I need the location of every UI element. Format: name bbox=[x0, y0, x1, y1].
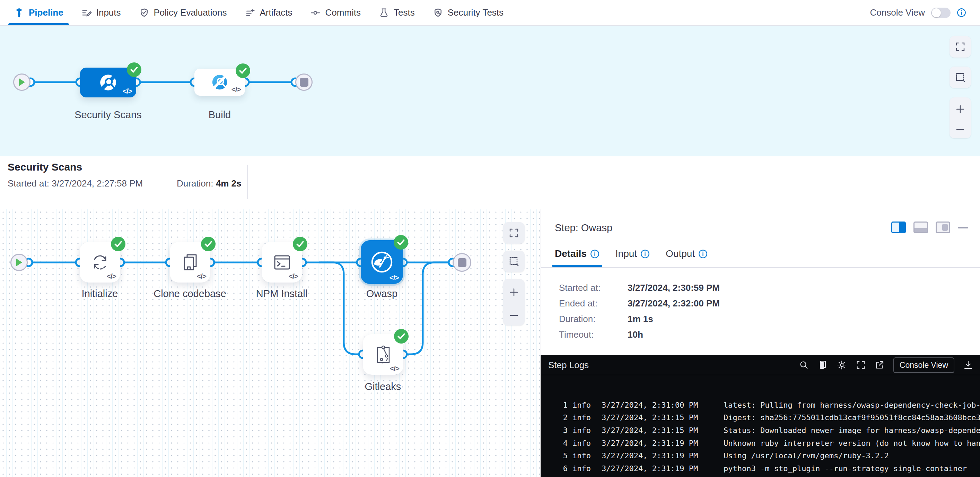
step-label[interactable]: Owasp bbox=[337, 288, 427, 300]
stage-graph-canvas[interactable]: </> Security Scans </> Build bbox=[0, 26, 980, 156]
fullscreen-icon[interactable] bbox=[856, 360, 865, 370]
fullscreen-icon bbox=[955, 41, 966, 52]
step-start-node bbox=[10, 254, 28, 271]
step-label[interactable]: NPM Install bbox=[237, 288, 327, 300]
npm-terminal-icon bbox=[271, 252, 293, 273]
detail-row-ended-at: Ended at: 3/27/2024, 2:32:00 PM bbox=[559, 298, 720, 308]
pipeline-icon bbox=[14, 8, 24, 18]
nav-right: Console View bbox=[870, 7, 966, 18]
log-message: Status: Downloaded newer image for harne… bbox=[724, 426, 980, 435]
search-icon[interactable] bbox=[799, 360, 809, 370]
build-stage-icon bbox=[210, 73, 229, 91]
step-panel-title: Step: Owasp bbox=[555, 222, 612, 234]
stop-icon bbox=[300, 78, 309, 87]
download-icon[interactable] bbox=[963, 360, 973, 370]
tab-policy-evaluations[interactable]: Policy Evaluations bbox=[139, 0, 227, 25]
collapse-panel-icon[interactable] bbox=[958, 227, 968, 228]
tab-commits[interactable]: Commits bbox=[310, 0, 361, 25]
tab-artifacts[interactable]: Artifacts bbox=[245, 0, 293, 25]
check-icon bbox=[115, 241, 122, 247]
layout-right-panel-icon[interactable] bbox=[891, 222, 906, 233]
log-line: 6 info 3/27/2024, 2:31:19 PM python3 -m … bbox=[558, 462, 980, 475]
log-timestamp: 3/27/2024, 2:31:15 PM bbox=[601, 413, 701, 422]
zoom-out-icon[interactable] bbox=[509, 313, 519, 317]
zoom-out-icon[interactable] bbox=[955, 128, 966, 132]
log-line: 1 info 3/27/2024, 2:31:00 PM latest: Pul… bbox=[558, 399, 980, 412]
layout-bottom-panel-icon[interactable] bbox=[913, 222, 928, 233]
info-icon bbox=[698, 249, 708, 258]
console-view-label: Console View bbox=[870, 7, 925, 18]
console-view-toggle[interactable] bbox=[931, 8, 951, 18]
log-level: info bbox=[573, 439, 595, 448]
canvas-fullscreen-button[interactable] bbox=[950, 36, 971, 57]
stage-card-build[interactable]: </> bbox=[194, 69, 245, 96]
log-level: info bbox=[573, 401, 595, 409]
divider bbox=[247, 165, 248, 199]
step-card-npm-install[interactable]: </> bbox=[262, 242, 302, 282]
tab-label: Output bbox=[666, 248, 695, 259]
duration-label: Duration: bbox=[177, 178, 213, 188]
selection-box-icon bbox=[955, 72, 966, 83]
check-icon bbox=[204, 241, 212, 247]
step-graph-canvas[interactable]: </> Initialize </> Clone codebase bbox=[0, 209, 541, 477]
success-badge bbox=[201, 237, 216, 251]
layout-floating-panel-icon[interactable] bbox=[935, 222, 950, 233]
tab-input[interactable]: Input bbox=[616, 248, 650, 267]
code-icon: </> bbox=[289, 272, 298, 281]
check-icon bbox=[239, 68, 247, 74]
success-badge bbox=[235, 64, 250, 78]
tab-inputs[interactable]: Inputs bbox=[81, 0, 121, 25]
inputs-icon bbox=[81, 8, 92, 18]
log-level: info bbox=[573, 464, 595, 473]
panel-layout-controls bbox=[891, 222, 968, 233]
step-card-gitleaks[interactable]: </> bbox=[363, 334, 403, 375]
step-card-initialize[interactable]: </> bbox=[80, 242, 120, 282]
info-icon[interactable] bbox=[957, 8, 966, 18]
log-message: Using /usr/local/rvm/gems/ruby-3.2.2 bbox=[724, 451, 980, 460]
commits-icon bbox=[310, 8, 321, 18]
tab-details[interactable]: Details bbox=[555, 248, 600, 267]
step-label[interactable]: Clone codebase bbox=[145, 288, 235, 300]
console-view-button[interactable]: Console View bbox=[893, 357, 955, 373]
stage-info-title: Security Scans bbox=[8, 161, 82, 173]
canvas-select-button[interactable] bbox=[950, 67, 971, 88]
success-badge bbox=[111, 237, 126, 251]
settings-gear-icon[interactable] bbox=[837, 360, 847, 370]
log-line-number: 4 bbox=[558, 439, 568, 448]
tab-output[interactable]: Output bbox=[666, 248, 708, 267]
code-icon: </> bbox=[390, 273, 399, 282]
success-badge bbox=[394, 235, 408, 250]
stop-icon bbox=[458, 258, 466, 267]
log-timestamp: 3/27/2024, 2:31:00 PM bbox=[601, 401, 701, 409]
divider bbox=[541, 267, 980, 268]
step-card-owasp[interactable]: </> bbox=[361, 240, 403, 284]
zoom-in-icon[interactable] bbox=[509, 287, 519, 297]
step-card-clone-codebase[interactable]: </> bbox=[170, 242, 210, 282]
tab-tests[interactable]: Tests bbox=[379, 0, 415, 25]
tab-security-tests[interactable]: Security Tests bbox=[433, 0, 504, 25]
detail-row-duration: Duration: 1m 1s bbox=[559, 314, 720, 324]
stage-label[interactable]: Security Scans bbox=[63, 109, 153, 121]
code-icon: </> bbox=[390, 364, 399, 373]
tab-pipeline[interactable]: Pipeline bbox=[14, 0, 64, 25]
stage-card-security-scans[interactable]: </> bbox=[80, 68, 136, 97]
stage-start-node bbox=[13, 73, 30, 91]
owasp-wasp-icon bbox=[369, 250, 395, 274]
canvas-fullscreen-button[interactable] bbox=[503, 222, 525, 244]
detail-value: 10h bbox=[628, 329, 643, 340]
copy-icon[interactable] bbox=[818, 360, 827, 370]
gitleaks-icon bbox=[372, 344, 394, 365]
success-badge bbox=[394, 329, 409, 343]
stage-connectors bbox=[0, 26, 980, 156]
duration-value: 4m 2s bbox=[216, 178, 242, 188]
log-message: Digest: sha256:7755011cdb13caf9f95051f8c… bbox=[724, 413, 980, 422]
stage-label[interactable]: Build bbox=[175, 109, 265, 121]
log-level: info bbox=[573, 451, 595, 460]
step-label[interactable]: Gitleaks bbox=[338, 381, 428, 392]
step-label[interactable]: Initialize bbox=[55, 288, 145, 300]
external-link-icon[interactable] bbox=[875, 360, 885, 370]
canvas-select-button[interactable] bbox=[503, 250, 525, 272]
zoom-in-icon[interactable] bbox=[955, 104, 966, 115]
selection-box-icon bbox=[509, 256, 519, 266]
log-lines[interactable]: 1 info 3/27/2024, 2:31:00 PM latest: Pul… bbox=[558, 399, 980, 475]
